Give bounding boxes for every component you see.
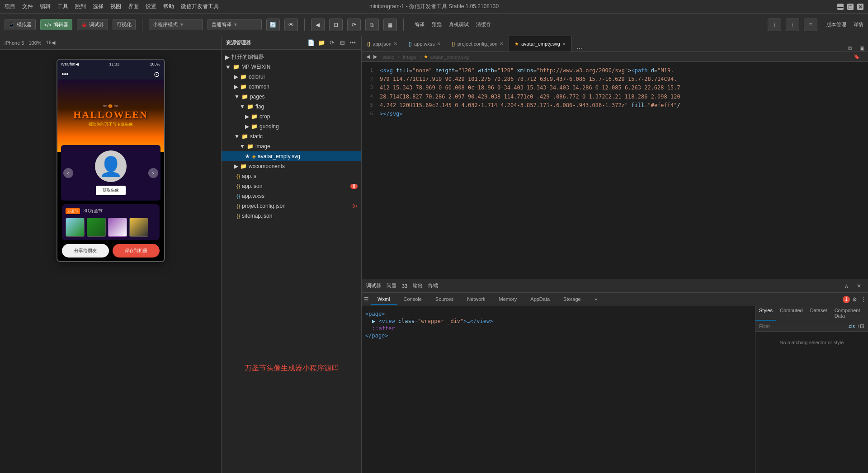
devtools-icon-left[interactable]: ☰ bbox=[362, 296, 371, 303]
menu-item-project[interactable]: 项目 bbox=[5, 3, 15, 10]
file-sitemap[interactable]: {} sitemap.json bbox=[222, 211, 361, 221]
simulator-mode-btn[interactable]: 📱 模拟器 bbox=[5, 19, 36, 30]
file-projectconfig[interactable]: {} project.config.json 9+ bbox=[222, 201, 361, 211]
devtools-more-icon[interactable]: ⋮ bbox=[859, 295, 868, 304]
folder-static[interactable]: ▼ 📁 static bbox=[222, 131, 361, 141]
dataset-tab[interactable]: Dataset bbox=[807, 306, 831, 321]
compile-type-select[interactable]: 普通编译 ▼ bbox=[208, 19, 262, 30]
tab-project-config[interactable]: {} project.config.json × bbox=[446, 36, 509, 52]
home-circle[interactable]: ⊙ bbox=[154, 70, 160, 79]
layout-button[interactable]: ▦ bbox=[383, 19, 397, 31]
menu-item-goto[interactable]: 跳到 bbox=[75, 3, 86, 10]
computed-tab[interactable]: Computed bbox=[776, 306, 807, 321]
menu-item-interface[interactable]: 界面 bbox=[128, 3, 139, 10]
memory-tab[interactable]: Memory bbox=[492, 294, 524, 305]
more-options-icon[interactable]: ••• bbox=[349, 39, 357, 47]
tab-close-3[interactable]: × bbox=[500, 41, 503, 47]
menu-item-tool[interactable]: 工具 bbox=[57, 3, 68, 10]
output-tab-btn[interactable]: 输出 bbox=[413, 282, 423, 289]
back-button[interactable]: ◀ bbox=[311, 19, 325, 31]
styles-tab[interactable]: Styles bbox=[755, 306, 776, 321]
file-appwxss[interactable]: {} app.wxss bbox=[222, 191, 361, 201]
refresh-button[interactable]: 🔄 bbox=[266, 19, 280, 31]
multi-window-button[interactable]: ⧉ bbox=[365, 19, 379, 31]
get-avatar-button[interactable]: 获取头像 bbox=[96, 186, 126, 195]
bookmark-icon[interactable]: 🔖 bbox=[854, 54, 860, 60]
next-button[interactable]: › bbox=[148, 168, 158, 178]
upload-button[interactable]: ↑ bbox=[786, 19, 799, 31]
close-button[interactable]: ✕ bbox=[857, 4, 863, 10]
tab-close-2[interactable]: × bbox=[437, 41, 441, 47]
cls-button[interactable]: .cls bbox=[847, 323, 855, 329]
appdata-tab[interactable]: AppData bbox=[524, 294, 557, 305]
menu-item-file[interactable]: 文件 bbox=[22, 3, 33, 10]
open-editors-section[interactable]: ▶ 打开的编辑器 bbox=[222, 52, 361, 62]
menu-item-view[interactable]: 视图 bbox=[110, 3, 121, 10]
html-node-view[interactable]: ▶ <view class="wrapper _div">…</view> bbox=[365, 318, 751, 324]
frame-thumb-4[interactable] bbox=[129, 218, 148, 237]
file-appjson[interactable]: {} app.json 8 bbox=[222, 181, 361, 191]
more-toolbar-button[interactable]: ≡ bbox=[804, 19, 817, 31]
folder-common[interactable]: ▶ 📁 common bbox=[222, 82, 361, 92]
compile-mode-select[interactable]: 小程序模式 ▼ bbox=[149, 19, 203, 30]
frame-thumb-2[interactable] bbox=[87, 218, 106, 237]
devtools-settings-icon[interactable]: ⚙ bbox=[850, 295, 859, 304]
tab-app-wxss[interactable]: {} app.wxss × bbox=[403, 36, 447, 52]
menu-item-wechat[interactable]: 微信开发者工具 bbox=[181, 3, 219, 10]
tab-avatar-svg[interactable]: ★ avatar_empty.svg × bbox=[509, 36, 572, 52]
menu-item-select[interactable]: 选择 bbox=[93, 3, 104, 10]
more-tabs-button[interactable]: ⋯ bbox=[572, 45, 587, 52]
html-node-page[interactable]: <page> bbox=[365, 311, 751, 317]
forward-button[interactable]: ⊡ bbox=[329, 19, 343, 31]
menu-item-settings[interactable]: 设置 bbox=[146, 3, 156, 10]
forward-icon[interactable]: ▶ bbox=[373, 54, 377, 60]
root-folder[interactable]: ▼ 📁 MP-WEIXIN bbox=[222, 62, 361, 72]
wxml-tab[interactable]: Wxml bbox=[371, 294, 397, 305]
file-appjs[interactable]: {} app.js bbox=[222, 171, 361, 181]
tab-close-4[interactable]: × bbox=[562, 41, 566, 47]
refresh-tree-icon[interactable]: ⟳ bbox=[328, 39, 336, 47]
menu-item-edit[interactable]: 编辑 bbox=[40, 3, 51, 10]
folder-colorui[interactable]: ▶ 📁 colorui bbox=[222, 72, 361, 82]
close-devtools-icon[interactable]: ✕ bbox=[854, 281, 863, 290]
debugger-tab-btn[interactable]: 调试器 bbox=[366, 282, 381, 289]
share-button[interactable]: 分享给朋友 bbox=[62, 244, 109, 258]
component-data-tab[interactable]: Component Data bbox=[831, 306, 868, 321]
split-editor-button[interactable]: ⧉ bbox=[844, 45, 856, 52]
more-tabs-btn[interactable]: » bbox=[588, 294, 604, 305]
phone-rotate-button[interactable]: ⟳ bbox=[347, 19, 361, 31]
sources-tab[interactable]: Sources bbox=[429, 294, 460, 305]
new-folder-icon[interactable]: 📁 bbox=[317, 39, 326, 47]
frame-thumb-1[interactable] bbox=[66, 218, 85, 237]
storage-tab[interactable]: Storage bbox=[557, 294, 588, 305]
more-style-icon[interactable]: ⊡ bbox=[860, 323, 864, 329]
folder-guoqing[interactable]: ▶ 📁 guoqing bbox=[222, 122, 361, 131]
editor-mode-btn[interactable]: </> 编辑器 bbox=[40, 19, 72, 30]
issues-tab-btn[interactable]: 问题 bbox=[387, 282, 396, 289]
editor-layout-button[interactable]: ▣ bbox=[856, 45, 868, 52]
styles-filter-input[interactable] bbox=[759, 323, 847, 329]
collapse-devtools-icon[interactable]: ∧ bbox=[842, 281, 851, 290]
maximize-button[interactable]: □ bbox=[847, 4, 854, 10]
inspect-button[interactable]: 👁 bbox=[284, 19, 298, 31]
network-tab[interactable]: Network bbox=[460, 294, 492, 305]
back-icon[interactable]: ◀ bbox=[366, 54, 370, 60]
tab-app-json[interactable]: {} app.json × bbox=[362, 36, 403, 52]
console-tab[interactable]: Console bbox=[397, 294, 429, 305]
frame-thumb-3[interactable] bbox=[108, 218, 127, 237]
save-button[interactable]: 保存到相册 bbox=[113, 244, 160, 258]
debugger-mode-btn[interactable]: 🐞 调试器 bbox=[77, 19, 108, 30]
menu-item-help[interactable]: 帮助 bbox=[163, 3, 174, 10]
prev-button[interactable]: ‹ bbox=[63, 168, 73, 178]
folder-flag[interactable]: ▼ 📁 flag bbox=[222, 102, 361, 112]
back-dots[interactable]: ••• bbox=[62, 70, 69, 78]
visual-mode-btn[interactable]: 可视化 bbox=[113, 19, 136, 30]
folder-crop[interactable]: ▶ 📁 crop bbox=[222, 112, 361, 122]
code-editor-area[interactable]: 1 <svg fill="none" height="120" width="1… bbox=[362, 62, 868, 279]
collapse-all-icon[interactable]: ⊟ bbox=[338, 39, 346, 47]
terminal-tab-btn[interactable]: 终端 bbox=[428, 282, 438, 289]
folder-wxcomponents[interactable]: ▶ 📁 wxcomponents bbox=[222, 161, 361, 171]
new-file-icon[interactable]: 📄 bbox=[307, 39, 315, 47]
folder-image[interactable]: ▼ 📁 image bbox=[222, 141, 361, 151]
arrow-up-button[interactable]: ↑ bbox=[768, 19, 781, 31]
